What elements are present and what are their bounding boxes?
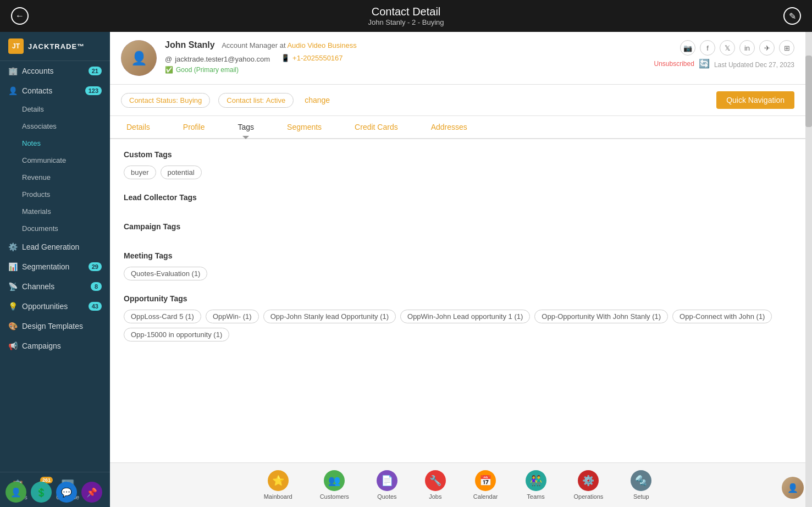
nav-operations[interactable]: ⚙️ Operations xyxy=(560,467,617,503)
contact-list-pill[interactable]: Contact list: Active xyxy=(218,93,294,108)
nav-calendar[interactable]: 📅 Calendar xyxy=(460,467,512,503)
operations-icon: ⚙️ xyxy=(578,470,599,491)
meeting-tags-section: Meeting Tags Quotes-Evaluation (1) xyxy=(124,251,792,280)
contact-name: John Stanly xyxy=(165,40,215,49)
sidebar-item-accounts[interactable]: 🏢 Accounts 21 xyxy=(0,61,110,81)
page-subtitle: John Stanly - 2 - Buying xyxy=(0,18,812,26)
custom-tags-section: Custom Tags buyer potential xyxy=(124,150,792,179)
content-area: 👤 John Stanly Account Manager at Audio V… xyxy=(110,32,805,507)
tab-tags[interactable]: Tags xyxy=(221,116,270,138)
tabs-bar: Details Profile Tags Segments Credit Car… xyxy=(110,116,805,139)
opportunity-tags-title: Opportunity Tags xyxy=(124,294,792,303)
tag-chip[interactable]: potential xyxy=(161,166,202,179)
email-icon: @ xyxy=(165,55,172,63)
avatar-image: 👤 xyxy=(121,40,157,76)
sidebar-item-campaigns[interactable]: 📢 Campaigns xyxy=(0,336,110,356)
contact-info: John Stanly Account Manager at Audio Vid… xyxy=(165,40,646,74)
instagram-icon[interactable]: 📷 xyxy=(680,40,695,56)
contact-email: @ jacktrade.tester1@yahoo.com xyxy=(165,55,270,63)
sidebar-subitem-documents[interactable]: Documents xyxy=(0,220,110,237)
contact-role: Account Manager at Audio Video Business xyxy=(222,41,357,49)
contacts-icon: 👤 xyxy=(8,86,18,95)
sidebar-subitem-revenue[interactable]: Revenue xyxy=(0,169,110,186)
facebook-icon[interactable]: f xyxy=(700,40,715,56)
avatar: 👤 xyxy=(121,40,157,76)
accounts-icon: 🏢 xyxy=(8,67,18,75)
sidebar-item-contacts[interactable]: 👤 Contacts 123 xyxy=(0,81,110,101)
meeting-tags-row: Quotes-Evaluation (1) xyxy=(124,267,792,280)
campaign-tags-section: Campaign Tags xyxy=(124,222,792,238)
tab-segments[interactable]: Segments xyxy=(270,116,338,138)
tag-chip[interactable]: Opp-Connect with John (1) xyxy=(672,310,772,323)
sidebar-item-segmentation[interactable]: 📊 Segmentation 29 xyxy=(0,257,110,277)
channels-icon: 📡 xyxy=(8,282,18,291)
subscription-status: Unsubscribed xyxy=(654,60,694,68)
scrollbar[interactable] xyxy=(805,32,812,507)
sidebar-subitem-associates[interactable]: Associates xyxy=(0,118,110,135)
campaigns-icon: 📢 xyxy=(8,341,18,350)
sidebar-subitem-communicate[interactable]: Communicate xyxy=(0,152,110,169)
custom-tags-row: buyer potential xyxy=(124,166,792,179)
setup-icon: 🔩 xyxy=(631,470,651,491)
page-title: Contact Detail xyxy=(0,5,812,18)
contact-company: Audio Video Business xyxy=(287,41,356,49)
tag-chip[interactable]: OppLoss-Card 5 (1) xyxy=(124,310,201,323)
sidebar: JT JACKTRADE™ 🏢 Accounts 21 👤 Contacts 1… xyxy=(0,32,110,507)
tab-details[interactable]: Details xyxy=(110,116,167,138)
jobs-icon: 🔧 xyxy=(425,470,446,491)
lead-gen-icon: ⚙️ xyxy=(8,243,18,251)
twitter-icon[interactable]: 𝕏 xyxy=(720,40,735,56)
grid-icon[interactable]: ⊞ xyxy=(779,40,794,56)
sidebar-subitem-products[interactable]: Products xyxy=(0,186,110,203)
linkedin-icon[interactable]: in xyxy=(739,40,755,56)
tag-chip[interactable]: OppWin-John Lead opportunity 1 (1) xyxy=(400,310,530,323)
back-button[interactable]: ← xyxy=(11,7,29,25)
sidebar-subitem-details[interactable]: Details xyxy=(0,101,110,118)
sidebar-nav: 🏢 Accounts 21 👤 Contacts 123 Details Ass… xyxy=(0,61,110,472)
change-link[interactable]: change xyxy=(305,96,330,104)
last-updated: Last Updated Dec 27, 2023 xyxy=(714,61,794,69)
nav-jobs[interactable]: 🔧 Jobs xyxy=(411,467,460,503)
scrollbar-thumb xyxy=(805,56,812,127)
tag-chip[interactable]: buyer xyxy=(124,166,156,179)
custom-tags-title: Custom Tags xyxy=(124,150,792,159)
tag-chip[interactable]: Opp-15000 in opportunity (1) xyxy=(124,328,229,341)
mainboard-icon: ⭐ xyxy=(268,470,289,491)
segmentation-icon: 📊 xyxy=(8,262,18,271)
nav-teams[interactable]: 👫 Teams xyxy=(512,467,560,503)
contact-status-pill[interactable]: Contact Status: Buying xyxy=(121,93,210,108)
sidebar-subitem-materials[interactable]: Materials xyxy=(0,203,110,220)
sidebar-item-lead-generation[interactable]: ⚙️ Lead Generation xyxy=(0,237,110,257)
contact-email-status: ✅ Good (Primary email) xyxy=(165,66,646,74)
campaign-tags-title: Campaign Tags xyxy=(124,222,792,231)
status-check-icon: ✅ xyxy=(165,66,173,74)
quick-navigation-button[interactable]: Quick Navigation xyxy=(716,91,794,109)
main-layout: JT JACKTRADE™ 🏢 Accounts 21 👤 Contacts 1… xyxy=(0,32,812,507)
sidebar-item-design-templates[interactable]: 🎨 Design Templates xyxy=(0,316,110,336)
phone-icon: 📱 xyxy=(281,54,290,62)
top-bar: ← Contact Detail John Stanly - 2 - Buyin… xyxy=(0,0,812,32)
tag-chip[interactable]: Quotes-Evaluation (1) xyxy=(124,267,207,280)
tag-chip[interactable]: OppWin- (1) xyxy=(206,310,259,323)
nav-customers[interactable]: 👥 Customers xyxy=(306,467,363,503)
tab-profile[interactable]: Profile xyxy=(167,116,222,138)
nav-quotes[interactable]: 📄 Quotes xyxy=(363,467,411,503)
tag-chip[interactable]: Opp-Opportunity With John Stanly (1) xyxy=(534,310,668,323)
nav-mainboard[interactable]: ⭐ Mainboard xyxy=(250,467,306,503)
nav-setup[interactable]: 🔩 Setup xyxy=(617,467,665,503)
teams-icon: 👫 xyxy=(526,470,546,491)
edit-button[interactable]: ✎ xyxy=(783,7,801,25)
sidebar-item-channels[interactable]: 📡 Channels 8 xyxy=(0,277,110,296)
sidebar-subitem-notes[interactable]: Notes xyxy=(0,135,110,152)
quotes-icon: 📄 xyxy=(377,470,397,491)
tab-credit-cards[interactable]: Credit Cards xyxy=(338,116,415,138)
tag-chip[interactable]: Opp-John Stanly lead Opportunity (1) xyxy=(263,310,396,323)
logo-text: JACKTRADE™ xyxy=(28,42,85,51)
tab-addresses[interactable]: Addresses xyxy=(415,116,484,138)
refresh-icon[interactable]: 🔄 xyxy=(699,58,710,69)
user-avatar[interactable]: 👤 xyxy=(782,477,804,499)
sidebar-item-opportunities[interactable]: 💡 Opportunities 43 xyxy=(0,296,110,316)
contact-phone: 📱 +1-2025550167 xyxy=(281,54,343,62)
telegram-icon[interactable]: ✈ xyxy=(759,40,775,56)
opportunities-icon: 💡 xyxy=(8,302,18,311)
